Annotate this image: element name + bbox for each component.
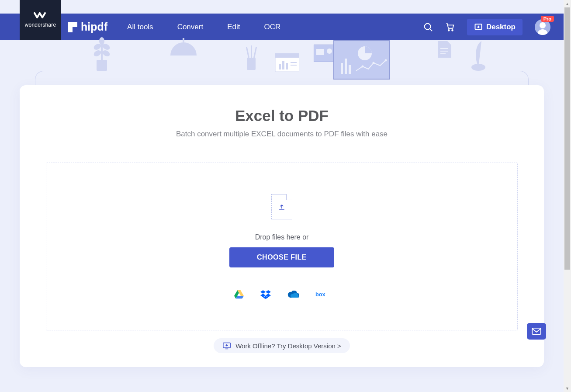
main-navbar: hipdf All tools Convert Edit OCR [0,14,564,40]
svg-point-34 [362,66,364,68]
page-subtitle: Batch convert multiple EXCEL documents t… [46,130,518,139]
svg-rect-28 [316,49,324,55]
nav-convert[interactable]: Convert [177,23,204,31]
wondershare-brand-block[interactable]: wondershare [20,0,61,40]
work-offline-label: Work Offline? Try Desktop Version > [235,342,341,350]
svg-rect-31 [341,63,343,74]
svg-rect-21 [275,53,299,58]
nav-all-tools[interactable]: All tools [127,23,153,31]
onedrive-icon [287,291,299,298]
hipdf-logo[interactable]: hipdf [68,21,107,33]
svg-rect-37 [440,48,448,49]
svg-rect-19 [253,47,257,58]
svg-rect-9 [101,45,103,60]
pro-badge: Pro [541,16,554,22]
file-dropzone[interactable]: Drop files here or CHOOSE FILE [46,163,518,330]
download-icon [474,23,483,31]
vertical-scrollbar[interactable]: ▲ ▼ [564,0,571,392]
svg-point-7 [540,22,546,28]
quill-icon [467,40,489,75]
document-icon [437,40,452,60]
svg-rect-39 [440,53,446,54]
svg-rect-1 [73,27,77,32]
scrollbar-up-arrow[interactable]: ▲ [564,0,571,7]
svg-rect-44 [532,328,541,334]
main-card: Excel to PDF Batch convert multiple EXCE… [20,85,544,367]
svg-text:box: box [315,291,326,298]
search-icon [423,22,433,32]
pencils-cup-icon [242,45,260,73]
scrollbar-down-arrow[interactable]: ▼ [564,385,571,392]
cloud-sources-row: box [234,290,329,299]
dropbox-button[interactable] [260,290,271,299]
dashboard-icon [333,40,390,80]
svg-rect-8 [97,60,107,71]
scrollbar-thumb[interactable] [564,7,570,270]
work-offline-pill[interactable]: Work Offline? Try Desktop Version > [214,338,350,353]
mail-icon [532,328,541,335]
svg-rect-24 [286,63,288,69]
user-avatar[interactable]: Pro [535,19,550,35]
page-title: Excel to PDF [46,107,518,125]
svg-rect-25 [291,62,297,63]
lamp-icon [166,38,201,62]
dropzone-hint: Drop files here or [255,233,309,241]
svg-point-14 [99,37,104,45]
hipdf-logo-text: hipdf [81,21,107,33]
cart-icon [445,22,455,32]
small-chart-icon [275,53,299,73]
svg-rect-15 [183,38,184,42]
desktop-button[interactable]: Desktop [467,19,523,35]
choose-file-button[interactable]: CHOOSE FILE [229,247,334,267]
svg-point-35 [373,62,375,64]
svg-rect-17 [246,47,249,58]
cart-button[interactable] [445,22,455,32]
svg-point-5 [452,29,453,31]
google-drive-button[interactable] [234,290,244,299]
svg-point-2 [425,23,431,29]
svg-point-4 [448,29,450,31]
nav-edit[interactable]: Edit [227,23,240,31]
desktop-button-label: Desktop [486,23,516,31]
svg-point-29 [327,49,332,54]
svg-point-13 [101,49,111,57]
svg-line-3 [430,29,432,31]
wondershare-brand-text: wondershare [25,22,56,28]
decorative-illustration-band [0,40,564,84]
svg-point-12 [93,49,102,57]
svg-rect-26 [291,65,297,66]
medium-chart-icon [314,45,336,64]
svg-rect-33 [349,65,351,74]
svg-rect-16 [247,58,256,70]
svg-point-36 [385,59,387,62]
svg-rect-32 [345,59,347,74]
google-drive-icon [234,290,244,299]
plant-icon [89,36,115,75]
dropbox-icon [260,290,271,299]
search-button[interactable] [423,22,433,32]
hipdf-logo-icon [68,22,77,32]
nav-ocr[interactable]: OCR [264,23,280,31]
svg-rect-22 [279,64,281,69]
upload-file-icon [271,194,292,219]
svg-rect-18 [251,45,252,58]
svg-rect-38 [440,51,448,52]
box-button[interactable]: box [315,291,329,298]
box-icon: box [315,291,329,298]
monitor-download-icon [222,342,231,350]
feedback-mail-button[interactable] [527,323,546,340]
svg-rect-23 [282,61,284,69]
onedrive-button[interactable] [287,291,299,298]
wondershare-logo-icon [33,12,48,20]
